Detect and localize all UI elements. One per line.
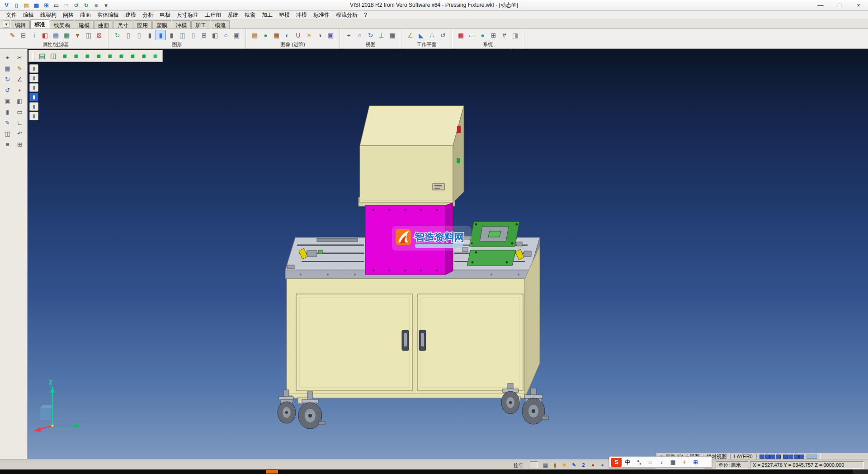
render-quality-icon[interactable]: ▤	[250, 30, 260, 40]
shadows-icon[interactable]: ◑	[315, 30, 325, 40]
lock-icon[interactable]: ▮	[551, 461, 559, 469]
record-icon[interactable]: ●	[589, 461, 597, 469]
rotate-entity-icon[interactable]: ↻	[2, 74, 13, 84]
sogou-logo-icon[interactable]: S	[611, 458, 622, 467]
tab-wireframe[interactable]: 线架构	[50, 20, 74, 28]
menu-edit[interactable]: 编辑	[20, 11, 37, 19]
solid-primitive-icon[interactable]: ▣	[2, 96, 13, 106]
layer-indicator[interactable]: LAYER0	[730, 454, 756, 460]
image-settings-icon[interactable]: ▣	[326, 30, 336, 40]
filter-faces-icon[interactable]: ▮	[29, 102, 38, 111]
voice-input-icon[interactable]: ♪	[656, 458, 667, 467]
menu-analysis[interactable]: 分析	[139, 11, 156, 19]
assist-2d-icon[interactable]: 2	[579, 461, 588, 469]
filter-curves-icon[interactable]: ▮	[29, 83, 38, 92]
undo-history-icon[interactable]: ↶	[14, 128, 25, 138]
menu-help[interactable]: ?	[361, 12, 370, 18]
set-workplane-icon[interactable]: ∠	[405, 30, 415, 40]
dynamic-hide-icon[interactable]: ▮	[145, 30, 155, 40]
multi-view-icon[interactable]: ⊞	[199, 30, 209, 40]
reset-filter-icon[interactable]: ⊠	[94, 30, 104, 40]
menu-flow-analysis[interactable]: 模流分析	[333, 11, 361, 19]
spin-copy-icon[interactable]: ↺	[2, 85, 13, 95]
layout-grid-icon[interactable]: ⊞	[690, 458, 701, 467]
axonometric-view-icon[interactable]: ■	[138, 51, 149, 61]
lighting-icon[interactable]: ☀	[304, 30, 314, 40]
layer-filter-icon[interactable]: ▤	[51, 30, 61, 40]
print-icon[interactable]: ▭	[52, 1, 61, 9]
undo-icon[interactable]: ↺	[71, 1, 81, 9]
transparency-icon[interactable]: ◫	[177, 30, 188, 40]
selection-filter-icon[interactable]: ▼	[72, 30, 83, 40]
filter-points-icon[interactable]: ▮	[29, 74, 38, 82]
align-workplane-icon[interactable]: ◣	[416, 30, 426, 40]
save-icon[interactable]: ▦	[32, 1, 41, 9]
trim-icon[interactable]: ✂	[14, 52, 25, 62]
prism-icon[interactable]: ◫	[2, 128, 13, 138]
mask-filter-icon[interactable]: ◫	[83, 30, 94, 40]
menu-machining[interactable]: 加工	[259, 11, 276, 19]
menu-surface[interactable]: 曲面	[77, 11, 94, 19]
toolbox-icon[interactable]: +	[679, 458, 689, 467]
menu-mould[interactable]: 塑模	[276, 11, 293, 19]
sketch-icon[interactable]: ✎	[14, 63, 25, 73]
tab-dimension[interactable]: 尺寸	[113, 20, 132, 28]
materials-icon[interactable]: ●	[260, 30, 271, 40]
chinese-mode-icon[interactable]: 中	[623, 458, 633, 467]
menu-system[interactable]: 系统	[224, 11, 241, 19]
environment-icon[interactable]: ◐	[282, 30, 292, 40]
menu-electrode[interactable]: 电极	[156, 11, 174, 19]
close-button[interactable]: ×	[849, 0, 868, 10]
left-view-icon[interactable]: ■	[104, 51, 115, 61]
dynamic-rotate-icon[interactable]: ■	[150, 51, 160, 61]
color-table-icon[interactable]: ▦	[456, 30, 466, 40]
profile-edit-icon[interactable]: ✎	[2, 118, 13, 128]
minimize-button[interactable]: —	[811, 0, 830, 10]
favorite-icon[interactable]: ★	[560, 461, 569, 469]
layer-manager-icon[interactable]: ≡	[2, 139, 13, 149]
graphics-options-icon[interactable]: ▣	[231, 30, 242, 40]
emoji-icon[interactable]: ☺	[645, 458, 656, 467]
redo-icon[interactable]: ↻	[81, 1, 91, 9]
tab-die[interactable]: 冲模	[172, 20, 191, 28]
menu-modeling[interactable]: 建模	[122, 11, 139, 19]
reset-workplane-icon[interactable]: ↺	[438, 30, 448, 40]
right-view-icon[interactable]: ■	[93, 51, 104, 61]
zoom-selected-icon[interactable]: ○	[221, 30, 231, 40]
pan-view-icon[interactable]: +	[344, 30, 354, 40]
input-method-bar[interactable]: S中°,☺♪▦+⊞	[609, 456, 712, 468]
ghost-mode-icon[interactable]: ▯	[188, 30, 198, 40]
view-windows-icon[interactable]: ◫	[48, 51, 59, 61]
display-settings-icon[interactable]: ▭	[467, 30, 477, 40]
tab-mould[interactable]: 塑膜	[152, 20, 171, 28]
tab-application[interactable]: 应用	[133, 20, 152, 28]
bottom-view-icon[interactable]: ■	[127, 51, 138, 61]
named-views-icon[interactable]: ▦	[387, 30, 397, 40]
menu-dimension[interactable]: 尺寸标注	[174, 11, 202, 19]
snap-grid-icon[interactable]: ▦	[2, 63, 13, 73]
menu-mesh[interactable]: 网格	[60, 11, 77, 19]
screen-capture-icon[interactable]: ◨	[510, 30, 520, 40]
calculator-icon[interactable]: #	[499, 30, 509, 40]
element-info-icon[interactable]: i	[29, 30, 39, 40]
tab-standard[interactable]: 标准	[30, 19, 49, 28]
hidden-line-mode-icon[interactable]: ▯	[134, 30, 144, 40]
measure-angle-icon[interactable]: ∠	[14, 74, 25, 84]
redraw-icon[interactable]: ↻	[112, 30, 123, 40]
wireframe-mode-icon[interactable]: ▯	[123, 30, 133, 40]
new-file-icon[interactable]: ▯	[12, 1, 21, 9]
web-update-icon[interactable]: ●	[477, 30, 488, 40]
open-file-icon[interactable]: ▤	[22, 1, 31, 9]
filter-edges-icon[interactable]: ▮	[29, 112, 38, 120]
select-icon[interactable]: ⌖	[2, 52, 13, 62]
grab-toggle[interactable]	[530, 461, 538, 468]
tab-surface[interactable]: 曲面	[94, 20, 113, 28]
filter-all-icon[interactable]: ▮	[29, 64, 38, 73]
block-primitive-icon[interactable]: ▭	[14, 107, 25, 117]
info-icon[interactable]: ●	[598, 461, 607, 469]
tab-flow[interactable]: 模流	[211, 20, 230, 28]
menu-die[interactable]: 冲模	[293, 11, 310, 19]
color-filter-icon[interactable]: ◧	[40, 30, 50, 40]
tab-overflow-button[interactable]: ▾	[3, 20, 10, 28]
front-view-icon[interactable]: ■	[71, 51, 81, 61]
